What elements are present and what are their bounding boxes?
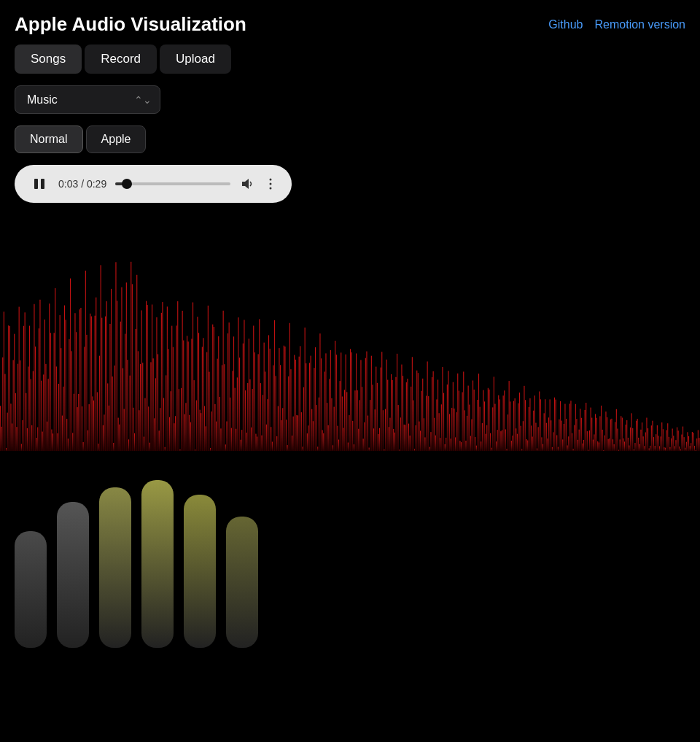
header-links: Github Remotion version bbox=[548, 18, 685, 31]
bar-item bbox=[15, 531, 47, 648]
dropdown-wrap: Music Podcast Other ⌃⌄ bbox=[0, 85, 700, 125]
bar-item bbox=[141, 480, 174, 648]
bar-item bbox=[226, 517, 258, 648]
audio-player: 0:03 / 0:29 bbox=[15, 165, 292, 203]
svg-marker-2 bbox=[242, 179, 249, 189]
volume-button[interactable] bbox=[239, 176, 255, 192]
header: Apple Audio Visualization Github Remotio… bbox=[0, 0, 700, 45]
progress-bar[interactable] bbox=[115, 182, 230, 185]
time-display: 0:03 / 0:29 bbox=[58, 178, 106, 190]
remotion-link[interactable]: Remotion version bbox=[595, 18, 686, 31]
svg-rect-0 bbox=[34, 179, 38, 189]
total-time: 0:29 bbox=[87, 178, 106, 190]
mode-apple-button[interactable]: Apple bbox=[86, 125, 147, 153]
waveform-canvas bbox=[0, 217, 700, 451]
svg-rect-1 bbox=[41, 179, 44, 189]
tab-songs[interactable]: Songs bbox=[15, 45, 82, 74]
player-wrap: 0:03 / 0:29 bbox=[0, 165, 700, 217]
tab-bar: Songs Record Upload bbox=[0, 45, 700, 85]
play-pause-button[interactable] bbox=[29, 174, 50, 194]
tab-upload[interactable]: Upload bbox=[160, 45, 231, 74]
current-time: 0:03 bbox=[58, 178, 78, 190]
bar-item bbox=[57, 502, 89, 648]
time-separator: / bbox=[81, 178, 87, 190]
waveform-visualization bbox=[0, 217, 700, 451]
svg-point-5 bbox=[270, 188, 272, 190]
github-link[interactable]: Github bbox=[548, 18, 583, 31]
mode-normal-button[interactable]: Normal bbox=[15, 125, 83, 153]
svg-point-3 bbox=[270, 179, 272, 181]
dropdown-container: Music Podcast Other ⌃⌄ bbox=[15, 85, 160, 114]
progress-thumb bbox=[122, 179, 132, 189]
progress-track bbox=[115, 182, 230, 185]
bars-visualization bbox=[0, 451, 700, 670]
tab-record[interactable]: Record bbox=[85, 45, 157, 74]
app-title: Apple Audio Visualization bbox=[15, 13, 246, 36]
music-dropdown[interactable]: Music Podcast Other bbox=[15, 85, 160, 114]
more-options-button[interactable] bbox=[264, 177, 277, 190]
bar-item bbox=[99, 487, 131, 648]
bar-item bbox=[184, 495, 216, 648]
mode-bar: Normal Apple bbox=[0, 125, 700, 165]
svg-point-4 bbox=[270, 183, 272, 185]
